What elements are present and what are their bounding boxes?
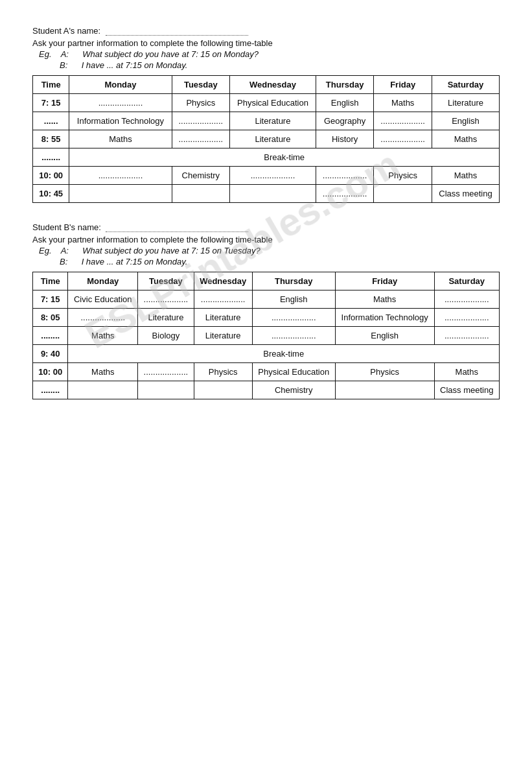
tuesday-cell: Biology xyxy=(138,327,194,345)
monday-cell: Information Technology xyxy=(69,112,172,130)
time-cell: 10: 00 xyxy=(33,363,68,381)
time-cell: ........ xyxy=(33,381,68,399)
saturday-cell: ................... xyxy=(434,309,499,327)
example-b: Eg. A: What subject do you have at 7: 15… xyxy=(39,246,500,255)
col-header-friday-b: Friday xyxy=(335,272,434,290)
friday-cell: Information Technology xyxy=(335,309,434,327)
time-cell: 9: 40 xyxy=(33,345,68,363)
example-a-b: B: I have ... at 7:15 on Monday. xyxy=(60,60,500,70)
friday-cell: Maths xyxy=(335,290,434,309)
thursday-cell: ................... xyxy=(252,309,335,327)
col-header-tuesday-a: Tuesday xyxy=(172,76,230,94)
col-header-saturday-b: Saturday xyxy=(434,272,499,290)
saturday-cell: English xyxy=(432,112,499,130)
friday-cell xyxy=(374,185,432,203)
wednesday-cell: Physics xyxy=(194,363,252,381)
friday-cell: Physics xyxy=(374,167,432,185)
tuesday-cell: Chemistry xyxy=(172,167,230,185)
timetable-a: Time Monday Tuesday Wednesday Thursday F… xyxy=(32,75,500,203)
student-a-label: Student A's name: xyxy=(32,26,500,36)
col-header-saturday-a: Saturday xyxy=(432,76,499,94)
col-header-thursday-b: Thursday xyxy=(252,272,335,290)
monday-cell: Maths xyxy=(69,130,172,148)
saturday-cell: Literature xyxy=(432,94,499,112)
col-header-monday-b: Monday xyxy=(68,272,138,290)
friday-cell: English xyxy=(335,327,434,345)
tuesday-cell: ................... xyxy=(138,290,194,309)
time-cell: 10: 00 xyxy=(33,167,69,185)
saturday-cell: Class meeting xyxy=(434,381,499,399)
time-cell: ...... xyxy=(33,112,69,130)
wednesday-cell: Literature xyxy=(230,130,316,148)
friday-cell: Physics xyxy=(335,363,434,381)
time-cell: 7: 15 xyxy=(33,290,68,309)
thursday-cell: ................... xyxy=(316,185,374,203)
col-header-time-a: Time xyxy=(33,76,69,94)
wednesday-cell: ................... xyxy=(194,290,252,309)
thursday-cell: ................... xyxy=(252,327,335,345)
wednesday-cell: Physical Education xyxy=(230,94,316,112)
time-cell: 10: 45 xyxy=(33,185,69,203)
saturday-cell: Maths xyxy=(432,167,499,185)
time-cell: 8: 55 xyxy=(33,130,69,148)
instruction-b: Ask your partner information to complete… xyxy=(32,235,500,244)
wednesday-cell: ................... xyxy=(230,167,316,185)
tuesday-cell: Physics xyxy=(172,94,230,112)
tuesday-cell: ................... xyxy=(172,112,230,130)
tuesday-cell: Literature xyxy=(138,309,194,327)
instruction-a: Ask your partner information to complete… xyxy=(32,38,500,48)
monday-cell xyxy=(69,185,172,203)
tuesday-cell: ................... xyxy=(172,130,230,148)
friday-cell: Maths xyxy=(374,94,432,112)
col-header-wednesday-a: Wednesday xyxy=(230,76,316,94)
col-header-wednesday-b: Wednesday xyxy=(194,272,252,290)
saturday-cell: Maths xyxy=(434,363,499,381)
wednesday-cell xyxy=(230,185,316,203)
col-header-tuesday-b: Tuesday xyxy=(138,272,194,290)
wednesday-cell: Literature xyxy=(230,112,316,130)
timetable-b: Time Monday Tuesday Wednesday Thursday F… xyxy=(32,272,500,399)
thursday-cell: History xyxy=(316,130,374,148)
thursday-cell: Chemistry xyxy=(252,381,335,399)
tuesday-cell: ................... xyxy=(138,363,194,381)
wednesday-cell: Literature xyxy=(194,327,252,345)
wednesday-cell xyxy=(194,381,252,399)
saturday-cell: ................... xyxy=(434,290,499,309)
wednesday-cell: Literature xyxy=(194,309,252,327)
monday-cell xyxy=(68,381,138,399)
friday-cell: ................... xyxy=(374,112,432,130)
tuesday-cell xyxy=(172,185,230,203)
thursday-cell: English xyxy=(316,94,374,112)
thursday-cell: ................... xyxy=(316,167,374,185)
friday-cell: ................... xyxy=(374,130,432,148)
example-a: Eg. A: What subject do you have at 7: 15… xyxy=(39,49,500,59)
col-header-friday-a: Friday xyxy=(374,76,432,94)
time-cell: ........ xyxy=(33,327,68,345)
time-cell: 8: 05 xyxy=(33,309,68,327)
monday-cell: Maths xyxy=(68,363,138,381)
thursday-cell: English xyxy=(252,290,335,309)
thursday-cell: Physical Education xyxy=(252,363,335,381)
monday-cell: Maths xyxy=(68,327,138,345)
col-header-monday-a: Monday xyxy=(69,76,172,94)
student-b-label: Student B's name: xyxy=(32,222,500,232)
monday-cell: ................... xyxy=(68,309,138,327)
section-a: Student A's name: Ask your partner infor… xyxy=(32,26,500,203)
tuesday-cell xyxy=(138,381,194,399)
saturday-cell: Maths xyxy=(432,130,499,148)
monday-cell: Civic Education xyxy=(68,290,138,309)
section-b: Student B's name: Ask your partner infor… xyxy=(32,222,500,399)
monday-cell: ................... xyxy=(69,94,172,112)
example-b-b: B: I have ... at 7:15 on Monday. xyxy=(60,257,500,266)
thursday-cell: Geography xyxy=(316,112,374,130)
col-header-time-b: Time xyxy=(33,272,68,290)
saturday-cell: Class meeting xyxy=(432,185,499,203)
time-cell: 7: 15 xyxy=(33,94,69,112)
monday-cell: ................... xyxy=(69,167,172,185)
col-header-thursday-a: Thursday xyxy=(316,76,374,94)
friday-cell xyxy=(335,381,434,399)
saturday-cell: ................... xyxy=(434,327,499,345)
break-time-cell: Break-time xyxy=(69,148,500,167)
break-time-cell: Break-time xyxy=(68,345,500,363)
time-cell: ........ xyxy=(33,148,69,167)
